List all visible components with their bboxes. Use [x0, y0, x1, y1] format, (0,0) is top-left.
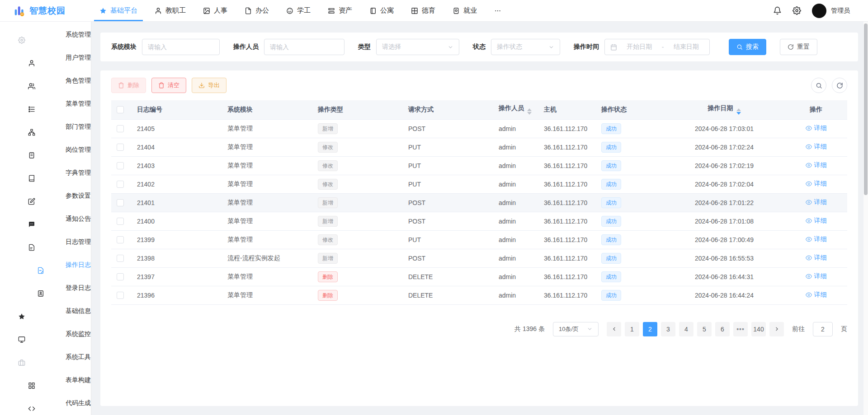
sidebar-item[interactable]: 代码生成 [0, 392, 91, 415]
sidebar-item[interactable]: 表单构建 [0, 368, 91, 392]
row-checkbox[interactable] [117, 292, 124, 299]
cell-select [111, 156, 132, 175]
detail-link[interactable]: 详细 [806, 291, 827, 299]
page-button[interactable]: 5 [697, 322, 712, 336]
sidebar-item[interactable]: 部门管理 [0, 115, 91, 138]
sidebar-item-label: 用户管理 [66, 54, 91, 62]
goto-page-input[interactable] [813, 322, 833, 336]
page-button[interactable]: 1 [625, 322, 639, 336]
nav-tab[interactable]: 资产 [322, 0, 358, 21]
nav-tab[interactable]: 德育 [406, 0, 441, 21]
operator-filter-input[interactable] [264, 39, 344, 55]
column-header: 操作类型 [312, 100, 403, 119]
row-checkbox[interactable] [117, 162, 124, 169]
row-checkbox[interactable] [117, 144, 124, 151]
row-checkbox[interactable] [117, 181, 124, 188]
sidebar-item[interactable]: 通知公告 [0, 207, 91, 230]
next-page-button[interactable] [769, 322, 784, 336]
sidebar-item[interactable]: 基础信息 [0, 299, 91, 322]
clear-button[interactable]: 清空 [151, 78, 186, 93]
detail-link[interactable]: 详细 [806, 198, 827, 206]
eye-icon [806, 292, 812, 298]
scrollbar [863, 22, 868, 415]
sidebar-item-label: 部门管理 [66, 123, 91, 131]
page-button[interactable]: 3 [661, 322, 675, 336]
sort-carets[interactable] [736, 108, 741, 115]
date-range-picker[interactable]: 开始日期 - 结束日期 [604, 39, 710, 55]
row-checkbox[interactable] [117, 218, 124, 225]
toggle-search-button[interactable] [811, 78, 826, 93]
status-filter-select[interactable]: 操作状态 [491, 39, 560, 55]
cell-log-id: 21402 [132, 175, 222, 193]
nav-tab[interactable]: 公寓 [364, 0, 399, 21]
nav-tab[interactable]: 学工 [281, 0, 316, 21]
sidebar-item[interactable]: 日志管理 [0, 230, 91, 253]
table-row: 21396菜单管理删除DELETEadmin36.161.112.170成功20… [111, 286, 847, 304]
detail-link[interactable]: 详细 [806, 235, 827, 243]
nav-tab[interactable]: 人事 [198, 0, 233, 21]
sidebar-item[interactable]: 用户管理 [0, 46, 91, 69]
row-checkbox[interactable] [117, 273, 124, 280]
sortable-column-header[interactable]: 操作人员 [493, 100, 538, 119]
sidebar-item[interactable]: 系统工具 [0, 345, 91, 368]
notifications-button[interactable] [773, 6, 782, 15]
nav-tab[interactable]: 办公 [239, 0, 274, 21]
cell-module: 菜单管理 [222, 119, 312, 138]
sidebar-item[interactable]: 岗位管理 [0, 138, 91, 161]
chevron-left-icon [611, 326, 617, 332]
refresh-table-button[interactable] [832, 78, 847, 93]
sortable-column-header[interactable]: 操作日期 [664, 100, 785, 119]
sidebar-item[interactable]: 操作日志 [0, 253, 91, 276]
nav-tab[interactable]: 基础平台 [94, 0, 143, 21]
cell-operation-type: 新增 [312, 249, 403, 267]
more-pages-button[interactable]: ••• [733, 322, 748, 336]
column-header-label: 请求方式 [408, 106, 434, 113]
page-button[interactable]: 140 [751, 322, 766, 336]
sidebar-item[interactable]: 角色管理 [0, 69, 91, 92]
delete-button[interactable]: 删除 [111, 78, 146, 93]
detail-link[interactable]: 详细 [806, 272, 827, 280]
sidebar-item[interactable]: 系统管理 [0, 23, 91, 46]
type-filter-select[interactable]: 请选择 [376, 39, 459, 55]
user-icon [19, 49, 59, 67]
cell-host: 36.161.112.170 [538, 249, 596, 267]
detail-link[interactable]: 详细 [806, 217, 827, 225]
table-row: 21402菜单管理修改PUTadmin36.161.112.170成功2024-… [111, 175, 847, 193]
avatar[interactable] [812, 4, 826, 18]
sort-carets[interactable] [527, 108, 532, 115]
settings-button[interactable] [793, 6, 801, 15]
row-checkbox[interactable] [117, 236, 124, 243]
page-button[interactable]: 4 [679, 322, 693, 336]
sidebar-item[interactable]: 参数设置 [0, 184, 91, 207]
detail-link[interactable]: 详细 [806, 254, 827, 262]
nav-tab[interactable]: 就业 [447, 0, 482, 21]
sidebar-item[interactable]: 登录日志 [0, 276, 91, 299]
cell-module: 菜单管理 [222, 230, 312, 249]
reset-button[interactable]: 重置 [780, 39, 817, 55]
operation-type-badge: 新增 [318, 197, 338, 208]
nav-more-button[interactable] [489, 0, 507, 21]
username[interactable]: 管理员 [831, 7, 850, 15]
search-button[interactable]: 搜索 [729, 39, 766, 55]
select-all-checkbox[interactable] [117, 106, 124, 113]
detail-link[interactable]: 详细 [806, 143, 827, 151]
sidebar-item-label: 代码生成 [66, 399, 91, 407]
row-checkbox[interactable] [117, 255, 124, 262]
code-icon [19, 394, 59, 412]
row-checkbox[interactable] [117, 125, 124, 132]
detail-link[interactable]: 详细 [806, 124, 827, 132]
page-button[interactable]: 2 [643, 322, 657, 336]
sidebar-item[interactable]: 菜单管理 [0, 92, 91, 115]
page-size-select[interactable]: 10条/页 [553, 322, 599, 336]
row-checkbox[interactable] [117, 199, 124, 206]
detail-link[interactable]: 详细 [806, 161, 827, 169]
scrollbar-thumb[interactable] [864, 23, 868, 195]
detail-link[interactable]: 详细 [806, 180, 827, 188]
sidebar-item[interactable]: 字典管理 [0, 161, 91, 184]
sidebar-item[interactable]: 系统监控 [0, 322, 91, 345]
prev-page-button[interactable] [607, 322, 621, 336]
export-button[interactable]: 导出 [192, 78, 226, 93]
module-filter-input[interactable] [142, 39, 220, 55]
page-button[interactable]: 6 [715, 322, 730, 336]
nav-tab[interactable]: 教职工 [149, 0, 191, 21]
